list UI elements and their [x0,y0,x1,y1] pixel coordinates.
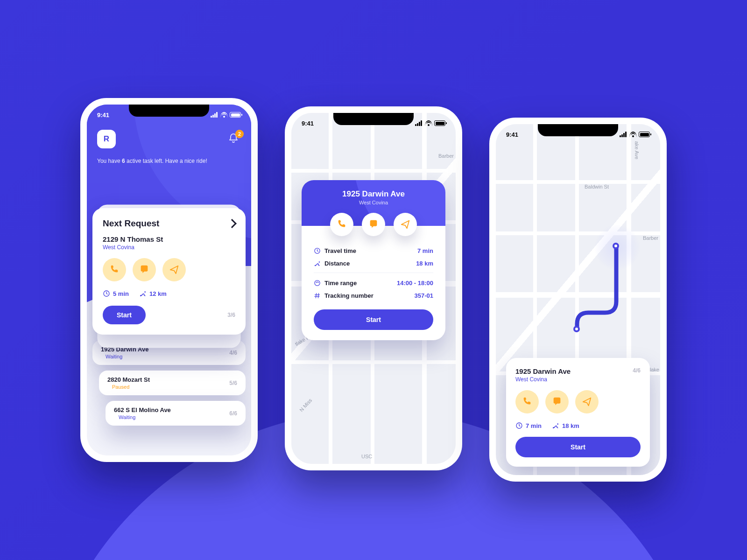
detail-value: 7 min [417,247,433,254]
wifi-icon [425,120,432,126]
phone-icon [109,265,120,275]
call-button[interactable] [330,213,353,236]
divider [314,273,433,273]
detail-city: West Covina [302,200,445,205]
wifi-icon [220,112,228,118]
start-button[interactable]: Start [103,306,146,324]
phone-icon [337,219,347,230]
task-count: 6/6 [229,410,237,417]
nav-address: 1925 Darwin Ave [515,367,571,375]
task-count: 4/6 [229,350,237,356]
hash-icon [314,292,321,299]
nav-city: West Covina [515,376,571,383]
chat-button[interactable] [545,390,569,413]
battery-icon [230,112,241,118]
battery-icon [639,132,650,137]
phone-navigation: 9:41 ake Ave Baldwin St Barber tlake [489,118,667,482]
task-count: 3/6 [227,312,235,318]
welcome-text: You have 6 active task left. Have a nice… [97,158,241,164]
task-row[interactable]: 662 S El Molino AveWaiting 6/6 [106,401,246,426]
chat-button[interactable] [133,258,156,281]
map-label: Barber [438,153,454,159]
navigate-icon [169,265,179,275]
chat-icon [552,397,562,407]
start-button[interactable]: Start [515,437,641,457]
navigate-button[interactable] [394,213,417,236]
chat-button[interactable] [362,213,385,236]
clock-icon [314,247,321,254]
route-icon [139,290,147,297]
call-button[interactable] [103,258,126,281]
signal-icon [415,120,423,126]
distance: 18 km [552,422,579,429]
navigate-icon [582,397,592,407]
chat-icon [368,219,379,230]
card-title: Next Request [103,218,159,229]
task-address: 2820 Mozart St [107,376,150,383]
route-end-dot [573,326,580,332]
clock-icon [103,290,110,297]
start-button[interactable]: Start [314,309,433,330]
detail-value: 18 km [416,260,433,267]
travel-time: 5 min [103,290,129,297]
travel-time: 7 min [515,422,542,429]
status-time: 9:41 [302,120,314,127]
detail-value: 14:00 - 18:00 [397,280,433,287]
device-notch [538,124,618,136]
detail-value: 357-01 [415,292,433,299]
clock-icon [515,422,523,429]
time-range-icon [314,280,321,287]
route-start-dot [613,243,619,249]
call-button[interactable] [515,390,539,413]
phone-request-detail: 9:41 Barber tlake Rd N Miss USC 1925 Dar… [285,106,462,470]
device-notch [129,105,209,117]
route-icon [314,260,321,267]
address: 2129 N Thomas St [103,235,235,243]
request-detail-card: 1925 Darwin Ave West Covina Travel time … [302,180,445,340]
status-time: 9:41 [506,131,518,138]
task-count: 4/6 [633,367,641,374]
navigate-icon [400,219,410,230]
detail-row-distance: Distance 18 km [314,260,433,267]
device-notch [333,113,414,125]
map-label: N Miss [298,397,313,413]
city: West Covina [103,244,235,251]
wifi-icon [629,132,637,137]
avatar[interactable]: R [97,130,116,148]
battery-icon [434,120,445,126]
task-row[interactable]: 2820 Mozart StPaused 5/6 [99,371,246,395]
detail-address: 1925 Darwin Ave [302,189,445,199]
task-address: 662 S El Molino Ave [114,406,171,413]
phone-icon [522,397,532,407]
signal-icon [620,132,627,137]
distance: 12 km [139,290,167,297]
route-icon [552,422,559,429]
navigate-button[interactable] [162,258,186,281]
chat-icon [139,265,149,275]
navigation-card: 1925 Darwin Ave West Covina 4/6 7 min 18… [506,358,650,467]
status-time: 9:41 [97,112,109,119]
detail-row-travel: Travel time 7 min [314,247,433,254]
task-count: 5/6 [229,380,237,386]
notification-badge: 2 [235,130,244,138]
task-status: Waiting [114,414,171,420]
chevron-right-icon[interactable] [227,219,237,228]
detail-row-tracking: Tracking number 357-01 [314,292,433,299]
task-status: Paused [107,384,150,390]
next-request-card[interactable]: Next Request 2129 N Thomas St West Covin… [92,208,246,335]
phone-task-list: 9:41 R 2 You have 6 active task left. Ha… [80,98,258,462]
task-status: Waiting [101,354,148,359]
signal-icon [211,112,218,118]
detail-row-range: Time range 14:00 - 18:00 [314,280,433,287]
map-label: USC [361,454,372,459]
notifications-bell[interactable]: 2 [228,133,241,146]
navigate-button[interactable] [575,390,599,413]
